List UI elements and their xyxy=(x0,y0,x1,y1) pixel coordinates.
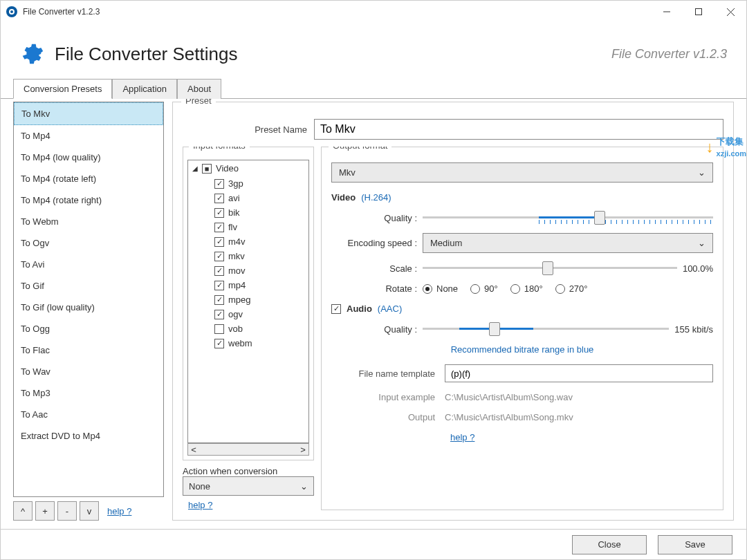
format-checkbox[interactable]: ✓ xyxy=(214,252,224,261)
format-label: avi xyxy=(228,193,240,203)
close-settings-button[interactable]: Close xyxy=(572,535,647,554)
action-select[interactable]: None ⌄ xyxy=(183,476,314,496)
preset-add-button[interactable]: + xyxy=(35,501,55,521)
format-item[interactable]: ✓mp4 xyxy=(214,278,308,292)
preset-remove-button[interactable]: - xyxy=(57,501,77,521)
format-label: vob xyxy=(228,324,243,334)
format-item[interactable]: ✓3gp xyxy=(214,176,308,191)
save-settings-button[interactable]: Save xyxy=(658,535,732,554)
presets-help-link[interactable]: help ? xyxy=(107,506,131,516)
tab-conversion-presets[interactable]: Conversion Presets xyxy=(13,79,112,99)
tab-about[interactable]: About xyxy=(177,79,221,99)
format-item[interactable]: ✓flv xyxy=(214,220,308,234)
video-codec-label: (H.264) xyxy=(361,192,391,203)
preset-item[interactable]: To Avi xyxy=(14,254,163,275)
preset-name-label: Preset Name xyxy=(183,124,307,135)
bitrate-note: Recommended bitrate range in blue xyxy=(331,344,713,355)
video-group-checkbox[interactable]: ■ xyxy=(202,164,212,174)
format-item[interactable]: ✓mpeg xyxy=(214,292,308,307)
rotate-radio[interactable] xyxy=(423,284,432,294)
preset-move-down-button[interactable]: v xyxy=(80,501,99,521)
preset-item[interactable]: To Ogv xyxy=(14,232,163,254)
preset-legend: Preset xyxy=(181,99,216,106)
format-checkbox[interactable]: ✓ xyxy=(214,339,224,348)
preset-item[interactable]: To Gif (low quality) xyxy=(14,297,163,318)
format-item[interactable]: ✓mkv xyxy=(214,249,308,263)
preset-item[interactable]: To Mp3 xyxy=(14,382,163,404)
preset-item[interactable]: To Aac xyxy=(14,404,163,425)
format-item[interactable]: vob xyxy=(214,321,308,336)
tree-horizontal-scrollbar[interactable]: <> xyxy=(187,443,309,456)
format-checkbox[interactable]: ✓ xyxy=(214,208,224,218)
tab-application[interactable]: Application xyxy=(112,79,177,99)
format-item[interactable]: ✓bik xyxy=(214,205,308,220)
format-checkbox[interactable]: ✓ xyxy=(214,281,224,290)
rotate-radio[interactable] xyxy=(555,284,565,294)
audio-section-header: Audio xyxy=(347,304,372,314)
preset-item[interactable]: To Wav xyxy=(14,361,163,382)
format-checkbox[interactable]: ✓ xyxy=(214,237,224,247)
format-label: mov xyxy=(228,265,246,276)
scale-label: Scale : xyxy=(334,263,417,274)
preset-item[interactable]: To Gif xyxy=(14,275,163,297)
preset-name-input[interactable] xyxy=(314,119,723,140)
format-label: 3gp xyxy=(228,178,243,189)
filename-template-label: File name template xyxy=(331,368,435,379)
format-label: ogv xyxy=(228,309,243,319)
output-format-select[interactable]: Mkv ⌄ xyxy=(331,162,713,183)
action-label: Action when conversion xyxy=(183,466,314,476)
chevron-down-icon: ⌄ xyxy=(300,481,308,492)
filename-help-link[interactable]: help ? xyxy=(450,432,474,442)
chevron-down-icon: ⌄ xyxy=(698,238,706,248)
preset-item[interactable]: To Ogg xyxy=(14,318,163,339)
minimize-button[interactable] xyxy=(651,1,683,23)
preset-list[interactable]: To MkvTo Mp4To Mp4 (low quality)To Mp4 (… xyxy=(13,102,164,497)
collapse-icon[interactable]: ◢ xyxy=(192,165,198,172)
format-checkbox[interactable]: ✓ xyxy=(214,223,224,232)
scale-slider[interactable] xyxy=(423,260,677,277)
format-label: bik xyxy=(228,207,240,218)
preset-item[interactable]: To Webm xyxy=(14,211,163,232)
format-checkbox[interactable]: ✓ xyxy=(214,295,224,305)
page-title: File Converter Settings xyxy=(55,44,237,65)
format-item[interactable]: ✓mov xyxy=(214,263,308,278)
preset-move-up-button[interactable]: ^ xyxy=(13,501,33,521)
format-item[interactable]: ✓m4v xyxy=(214,234,308,249)
preset-item[interactable]: To Mkv xyxy=(14,102,163,125)
encoding-speed-select[interactable]: Medium ⌄ xyxy=(423,233,713,253)
rotate-option-label: None xyxy=(436,283,458,294)
format-item[interactable]: ✓avi xyxy=(214,191,308,205)
close-button[interactable] xyxy=(714,1,746,23)
format-label: mp4 xyxy=(228,280,246,290)
video-quality-label: Quality : xyxy=(334,213,417,223)
maximize-button[interactable] xyxy=(683,1,714,23)
video-quality-slider[interactable] xyxy=(423,209,713,226)
audio-codec-label: (AAC) xyxy=(378,304,402,314)
format-checkbox[interactable]: ✓ xyxy=(214,179,224,189)
format-item[interactable]: ✓webm xyxy=(214,336,308,351)
format-checkbox[interactable] xyxy=(214,324,224,334)
format-checkbox[interactable]: ✓ xyxy=(214,266,224,276)
audio-quality-slider[interactable] xyxy=(423,321,669,337)
filename-template-input[interactable] xyxy=(445,364,713,382)
rotate-option-label: 90° xyxy=(484,283,498,294)
rotate-label: Rotate : xyxy=(334,283,417,294)
preset-item[interactable]: To Mp4 (low quality) xyxy=(14,147,163,168)
audio-enable-checkbox[interactable]: ✓ xyxy=(331,304,341,314)
svg-rect-1 xyxy=(696,9,702,15)
preset-item[interactable]: To Mp4 (rotate left) xyxy=(14,168,163,189)
input-help-link[interactable]: help ? xyxy=(188,500,314,510)
rotate-radio[interactable] xyxy=(510,284,520,294)
input-formats-legend: Input formats xyxy=(189,147,250,151)
chevron-down-icon: ⌄ xyxy=(698,167,706,178)
input-formats-tree[interactable]: ◢ ■ Video ✓3gp✓avi✓bik✓flv✓m4v✓mkv✓mov✓m… xyxy=(187,160,309,443)
preset-item[interactable]: To Mp4 (rotate right) xyxy=(14,189,163,211)
input-example-value: C:\Music\Artist\Album\Song.wav xyxy=(445,392,573,402)
preset-item[interactable]: To Flac xyxy=(14,339,163,361)
format-item[interactable]: ✓ogv xyxy=(214,307,308,321)
format-checkbox[interactable]: ✓ xyxy=(214,194,224,203)
preset-item[interactable]: To Mp4 xyxy=(14,125,163,147)
preset-item[interactable]: Extract DVD to Mp4 xyxy=(14,425,163,447)
rotate-radio[interactable] xyxy=(470,284,480,294)
format-checkbox[interactable]: ✓ xyxy=(214,310,224,319)
